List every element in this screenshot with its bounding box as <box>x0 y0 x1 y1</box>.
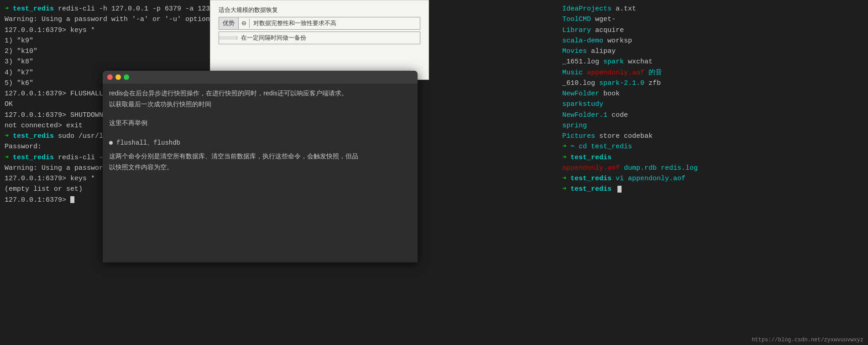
slide-content-2: 在一定间隔时间做一备份 <box>237 32 420 44</box>
file-line-11: NewFolder.1 code <box>562 110 863 120</box>
bullet-item-1: flushall、flushdb <box>109 138 411 148</box>
file-line-10: sparkstudy <box>562 99 863 110</box>
file-line-8: _610.log spark-2.1.0 zfb <box>562 78 863 89</box>
keys-result-1: 1) "k9" <box>5 37 33 45</box>
modal-line-2: 以获取最后一次成功执行快照的时间 <box>109 99 411 109</box>
file-line-12: spring <box>562 120 863 131</box>
file-line-9: NewFolder book <box>562 89 863 99</box>
prompt-arrow-2: ➜ <box>5 132 9 140</box>
close-button[interactable] <box>107 74 113 80</box>
slide-label-1: 优势 <box>219 17 239 29</box>
redis-prompt-1: 127.0.0.1:6379> keys * <box>5 26 95 34</box>
slide-label-2 <box>219 36 237 40</box>
bullet-icon <box>109 141 113 145</box>
keys-result-4: 4) "k7" <box>5 69 33 77</box>
file-line-6: _1651.log spark wxchat <box>562 57 863 67</box>
arrow-3: ➜ <box>562 175 566 183</box>
cmd-1: redis-cli -h 127.0.0.1 -p 6379 -a 123456 <box>58 5 222 13</box>
prompt-arrow-3: ➜ <box>5 154 9 162</box>
arrow-1: ➜ <box>562 143 566 151</box>
prompt-name-1: test_redis <box>13 5 54 13</box>
file-line-7: Music appendonly.aof 的音 <box>562 68 863 78</box>
redis-prompt-2: 127.0.0.1:6379> FLUSHALL <box>5 90 103 98</box>
prompt-name-3: test_redis <box>13 154 54 162</box>
file-line-4: scala-demo worksp <box>562 36 863 46</box>
arrow-4: ➜ <box>562 185 566 193</box>
empty-list: (empty list or set) <box>5 185 83 193</box>
modal-line-5: 以快照文件内容为空。 <box>109 162 411 172</box>
prompt-name-2: test_redis <box>13 132 54 140</box>
bullet-text-1: flushall、flushdb <box>116 138 180 148</box>
file-line-13: Pictures store codebak <box>562 131 863 141</box>
cursor-r <box>617 186 622 193</box>
slide-content-1: 对数据完整性和一致性要求不高 <box>250 17 420 29</box>
slide-description: 适合大规模的数据恢复 <box>219 6 420 14</box>
file-line-15: ➜ test_redis <box>562 152 863 163</box>
file-line-14: ➜ ~ cd test_redis <box>562 141 863 152</box>
file-line-16: appendonly.aof dump.rdb redis.log <box>562 163 863 173</box>
modal-line-3: 这里不再举例 <box>109 118 411 128</box>
file-line-3: Library acquire <box>562 25 863 36</box>
file-line-1: IdeaProjects a.txt <box>562 4 863 14</box>
modal-titlebar <box>103 71 418 84</box>
arrow-2: ➜ <box>562 154 566 162</box>
modal-body: redis会在后台异步进行快照操作，在进行快照的同时，redis还可以响应客户端… <box>103 84 418 262</box>
maximize-button[interactable] <box>124 74 129 80</box>
cursor <box>70 196 74 203</box>
not-connected: not connected> exit <box>5 122 83 130</box>
redis-prompt-3: 127.0.0.1:6379> SHUTDOWN <box>5 111 103 119</box>
url-bar: https://blog.csdn.net/zyxwvuuvwxyz <box>752 337 863 343</box>
prompt-arrow-1: ➜ <box>5 5 9 13</box>
slide-overlay: 适合大规模的数据恢复 优势 ⊖ 对数据完整性和一致性要求不高 在一定间隔时间做一… <box>210 0 429 80</box>
keys-result-3: 3) "k8" <box>5 58 33 66</box>
slide-row-1: 优势 ⊖ 对数据完整性和一致性要求不高 <box>219 17 420 30</box>
slide-minus-1: ⊖ <box>239 19 250 28</box>
file-line-17: ➜ test_redis vi appendonly.aof <box>562 173 863 184</box>
keys-result-5: 5) "k6" <box>5 79 33 87</box>
file-line-5: Movies alipay <box>562 46 863 57</box>
terminal-modal: redis会在后台异步进行快照操作，在进行快照的同时，redis还可以响应客户端… <box>103 71 418 262</box>
redis-prompt-4: 127.0.0.1:6379> keys * <box>5 175 95 183</box>
file-line-18: ➜ test_redis <box>562 184 863 194</box>
password-prompt: Password: <box>5 143 42 151</box>
modal-line-1: redis会在后台异步进行快照操作，在进行快照的同时，redis还可以响应客户端… <box>109 88 411 98</box>
keys-result-2: 2) "k10" <box>5 47 37 55</box>
redis-prompt-5: 127.0.0.1:6379> <box>5 196 70 204</box>
file-line-2: ToolCMD wget- <box>562 14 863 25</box>
modal-line-4: 这两个命令分别是清空所有数据库、清空当前数据库，执行这些命令，会触发快照，但品 <box>109 151 411 161</box>
slide-row-2: 在一定间隔时间做一备份 <box>219 31 420 44</box>
ok-1: OK <box>5 100 13 108</box>
file-listing-panel: IdeaProjects a.txt ToolCMD wget- Library… <box>558 0 868 345</box>
minimize-button[interactable] <box>115 74 121 80</box>
